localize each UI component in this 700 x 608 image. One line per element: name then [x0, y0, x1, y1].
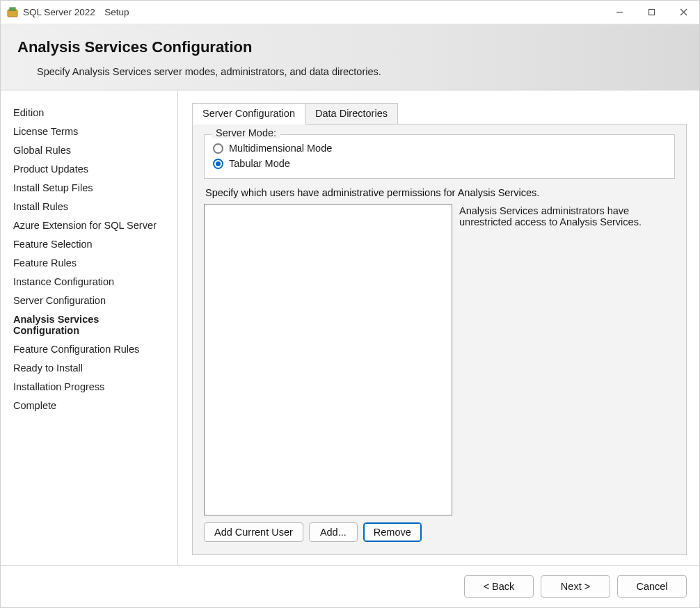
titlebar: SQL Server 2022 Setup [1, 1, 699, 24]
wizard-step[interactable]: Ready to Install [13, 358, 168, 377]
maximize-button[interactable] [635, 1, 667, 24]
next-button[interactable]: Next > [541, 575, 610, 598]
server-mode-option[interactable]: Multidimensional Mode [213, 141, 666, 156]
svg-rect-3 [649, 10, 654, 15]
server-mode-group: Server Mode: Multidimensional ModeTabula… [204, 134, 675, 179]
svg-rect-1 [10, 8, 15, 10]
wizard-steps-sidebar: EditionLicense TermsGlobal RulesProduct … [1, 90, 178, 565]
wizard-step[interactable]: Server Configuration [13, 291, 168, 310]
tab-strip: Server ConfigurationData Directories [192, 103, 687, 125]
back-button[interactable]: < Back [464, 575, 534, 598]
admins-instruction: Specify which users have administrative … [205, 187, 675, 198]
tab[interactable]: Server Configuration [192, 103, 305, 125]
wizard-step[interactable]: Product Updates [13, 159, 168, 178]
window-title: SQL Server 2022 Setup [23, 7, 129, 17]
wizard-step[interactable]: License Terms [13, 122, 168, 141]
radio-icon[interactable] [213, 159, 223, 169]
radio-icon[interactable] [213, 143, 223, 154]
server-mode-option-label: Multidimensional Mode [229, 143, 332, 154]
server-mode-option-label: Tabular Mode [229, 158, 290, 169]
server-mode-legend: Server Mode: [212, 127, 280, 138]
server-mode-option[interactable]: Tabular Mode [213, 156, 666, 171]
admins-listbox[interactable] [204, 204, 452, 515]
remove-button[interactable]: Remove [363, 522, 422, 542]
wizard-step[interactable]: Analysis Services Configuration [13, 310, 168, 339]
page-header: Analysis Services Configuration Specify … [1, 24, 699, 90]
wizard-step[interactable]: Edition [13, 103, 168, 122]
main-panel: Server ConfigurationData Directories Ser… [178, 90, 699, 565]
cancel-button[interactable]: Cancel [617, 575, 687, 598]
page-title: Analysis Services Configuration [17, 38, 683, 56]
close-button[interactable] [667, 1, 699, 24]
wizard-footer: < Back Next > Cancel [1, 565, 699, 607]
page-subtitle: Specify Analysis Services server modes, … [37, 66, 683, 77]
body: EditionLicense TermsGlobal RulesProduct … [1, 90, 699, 565]
wizard-step[interactable]: Complete [13, 396, 168, 415]
wizard-step[interactable]: Install Setup Files [13, 178, 168, 197]
wizard-step[interactable]: Feature Rules [13, 253, 168, 272]
wizard-step[interactable]: Feature Selection [13, 234, 168, 253]
tab-panel-server-config: Server Mode: Multidimensional ModeTabula… [192, 125, 687, 555]
add-current-user-button[interactable]: Add Current User [204, 522, 303, 542]
tab[interactable]: Data Directories [305, 103, 398, 125]
wizard-step[interactable]: Azure Extension for SQL Server [13, 216, 168, 234]
wizard-step[interactable]: Instance Configuration [13, 272, 168, 291]
minimize-button[interactable] [603, 1, 635, 24]
wizard-step[interactable]: Feature Configuration Rules [13, 339, 168, 358]
admins-description: Analysis Services administrators have un… [459, 204, 675, 515]
admins-row: Analysis Services administrators have un… [204, 204, 675, 515]
wizard-step[interactable]: Installation Progress [13, 377, 168, 396]
app-icon [6, 6, 19, 19]
admins-button-row: Add Current User Add... Remove [204, 522, 675, 542]
wizard-step[interactable]: Install Rules [13, 197, 168, 216]
add-button[interactable]: Add... [309, 522, 358, 542]
wizard-step[interactable]: Global Rules [13, 141, 168, 159]
